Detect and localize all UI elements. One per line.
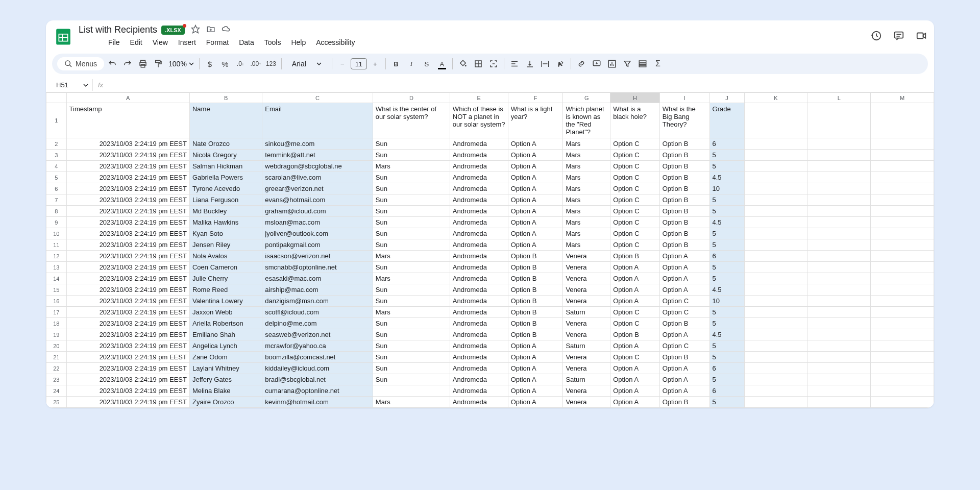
- cell-B16[interactable]: Valentina Lowery: [189, 296, 262, 307]
- row-header-12[interactable]: 12: [46, 251, 67, 262]
- cell-F25[interactable]: Option A: [508, 397, 563, 408]
- col-header-D[interactable]: D: [373, 93, 450, 103]
- cell-B6[interactable]: Tyrone Acevedo: [189, 183, 262, 194]
- cell-M18[interactable]: [871, 318, 934, 329]
- cell-F13[interactable]: Option B: [508, 262, 563, 273]
- cell-B25[interactable]: Zyaire Orozco: [189, 397, 262, 408]
- cell-K11[interactable]: [744, 239, 807, 251]
- cell-L20[interactable]: [807, 340, 871, 352]
- cell-G18[interactable]: Venera: [563, 318, 610, 329]
- cell-F4[interactable]: Option A: [508, 161, 563, 172]
- cell-H5[interactable]: Option C: [610, 172, 660, 183]
- cell-E3[interactable]: Andromeda: [450, 150, 508, 161]
- cell-M7[interactable]: [871, 194, 934, 206]
- cell-B20[interactable]: Angelica Lynch: [189, 340, 262, 352]
- strikethrough-button[interactable]: S: [420, 57, 434, 71]
- currency-button[interactable]: $: [203, 57, 217, 71]
- cell-B15[interactable]: Rome Reed: [189, 284, 262, 296]
- cell-E20[interactable]: Andromeda: [450, 340, 508, 352]
- cell-L12[interactable]: [807, 251, 871, 262]
- cell-M25[interactable]: [871, 397, 934, 408]
- cell-F18[interactable]: Option B: [508, 318, 563, 329]
- cell-G19[interactable]: Venera: [563, 329, 610, 340]
- cell-E19[interactable]: Andromeda: [450, 329, 508, 340]
- cell-L7[interactable]: [807, 194, 871, 206]
- cell-K16[interactable]: [744, 296, 807, 307]
- wrap-button[interactable]: [538, 57, 552, 71]
- row-header-18[interactable]: 18: [46, 318, 67, 329]
- cell-H14[interactable]: Option A: [610, 273, 660, 284]
- cell-L8[interactable]: [807, 206, 871, 217]
- cell-I11[interactable]: Option B: [659, 239, 709, 251]
- cell-E13[interactable]: Andromeda: [450, 262, 508, 273]
- cell-A9[interactable]: 2023/10/03 2:24:19 pm EEST: [66, 217, 189, 228]
- cell-H25[interactable]: Option A: [610, 397, 660, 408]
- cell-H7[interactable]: Option C: [610, 194, 660, 206]
- menu-edit[interactable]: Edit: [126, 36, 146, 48]
- cell-C22[interactable]: kiddailey@icloud.com: [262, 363, 373, 374]
- cell-M17[interactable]: [871, 307, 934, 318]
- cell-C6[interactable]: greear@verizon.net: [262, 183, 373, 194]
- cell-B9[interactable]: Malika Hawkins: [189, 217, 262, 228]
- cell-D8[interactable]: Sun: [373, 206, 450, 217]
- cell-A23[interactable]: 2023/10/03 2:24:19 pm EEST: [66, 374, 189, 385]
- cell-J7[interactable]: 5: [709, 194, 744, 206]
- cell-C4[interactable]: webdragon@sbcglobal.ne: [262, 161, 373, 172]
- cell-G24[interactable]: Venera: [563, 385, 610, 397]
- cell-H6[interactable]: Option C: [610, 183, 660, 194]
- cell-I25[interactable]: Option B: [659, 397, 709, 408]
- cell-J6[interactable]: 10: [709, 183, 744, 194]
- cell-J11[interactable]: 5: [709, 239, 744, 251]
- cell-I5[interactable]: Option B: [659, 172, 709, 183]
- cell-A7[interactable]: 2023/10/03 2:24:19 pm EEST: [66, 194, 189, 206]
- cell-L10[interactable]: [807, 228, 871, 239]
- cell-K24[interactable]: [744, 385, 807, 397]
- cell-M3[interactable]: [871, 150, 934, 161]
- cell-B21[interactable]: Zane Odom: [189, 352, 262, 363]
- text-color-button[interactable]: A: [435, 57, 449, 71]
- col-header-J[interactable]: J: [709, 93, 744, 103]
- cell-K6[interactable]: [744, 183, 807, 194]
- col-header-K[interactable]: K: [744, 93, 807, 103]
- cell-D16[interactable]: Sun: [373, 296, 450, 307]
- row-header-11[interactable]: 11: [46, 239, 67, 251]
- col-header-L[interactable]: L: [807, 93, 871, 103]
- print-button[interactable]: [136, 57, 150, 71]
- cell-B23[interactable]: Jeffery Gates: [189, 374, 262, 385]
- bold-button[interactable]: B: [389, 57, 403, 71]
- cell-B24[interactable]: Melina Blake: [189, 385, 262, 397]
- cell-E1[interactable]: Which of these is NOT a planet in our so…: [450, 103, 508, 138]
- cell-L1[interactable]: [807, 103, 871, 138]
- cell-J9[interactable]: 4.5: [709, 217, 744, 228]
- cell-M13[interactable]: [871, 262, 934, 273]
- cell-J24[interactable]: 6: [709, 385, 744, 397]
- cell-I21[interactable]: Option B: [659, 352, 709, 363]
- h-align-button[interactable]: [507, 57, 522, 71]
- cell-B14[interactable]: Julie Cherry: [189, 273, 262, 284]
- cell-M9[interactable]: [871, 217, 934, 228]
- cell-C25[interactable]: kevinm@hotmail.com: [262, 397, 373, 408]
- cell-M12[interactable]: [871, 251, 934, 262]
- cell-E22[interactable]: Andromeda: [450, 363, 508, 374]
- cell-F20[interactable]: Option A: [508, 340, 563, 352]
- cell-H21[interactable]: Option C: [610, 352, 660, 363]
- cell-C11[interactable]: pontipakgmail.com: [262, 239, 373, 251]
- cell-G21[interactable]: Venera: [563, 352, 610, 363]
- cell-H4[interactable]: Option C: [610, 161, 660, 172]
- column-headers[interactable]: ABCDEFGHIJKLM: [46, 93, 934, 103]
- cell-F1[interactable]: What is a light year?: [508, 103, 563, 138]
- cell-C8[interactable]: graham@icloud.com: [262, 206, 373, 217]
- cell-G11[interactable]: Mars: [563, 239, 610, 251]
- cell-C18[interactable]: delpino@me.com: [262, 318, 373, 329]
- cell-A4[interactable]: 2023/10/03 2:24:19 pm EEST: [66, 161, 189, 172]
- cell-D24[interactable]: [373, 385, 450, 397]
- insert-chart-button[interactable]: [605, 57, 619, 71]
- cell-K13[interactable]: [744, 262, 807, 273]
- col-header-M[interactable]: M: [871, 93, 934, 103]
- cell-J18[interactable]: 5: [709, 318, 744, 329]
- cell-K15[interactable]: [744, 284, 807, 296]
- cell-K5[interactable]: [744, 172, 807, 183]
- cell-A13[interactable]: 2023/10/03 2:24:19 pm EEST: [66, 262, 189, 273]
- cell-I14[interactable]: Option A: [659, 273, 709, 284]
- cell-G9[interactable]: Mars: [563, 217, 610, 228]
